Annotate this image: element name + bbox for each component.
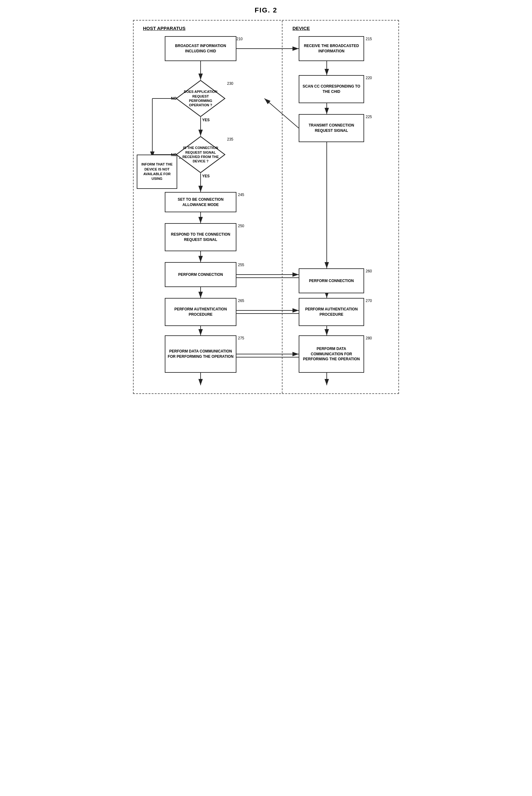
label-210: 210: [236, 37, 243, 41]
label-260: 260: [366, 269, 372, 273]
label-275: 275: [238, 336, 244, 340]
fig-title: FIG. 2: [133, 6, 399, 14]
perform-conn-host-box: PERFORM CONNECTION: [165, 262, 236, 287]
label-225: 225: [366, 115, 372, 119]
yes2-label: YES: [202, 174, 210, 178]
label-245: 245: [238, 192, 244, 197]
page: FIG. 2 HOST APPARATUS DEVICE: [133, 6, 399, 394]
column-divider: [282, 21, 283, 393]
inform-box: INFORM THAT THE DEVICE IS NOT AVAILABLE …: [137, 154, 177, 189]
diamond-235: IS THE CONNECTION REQUEST SIGNAL RECEIVE…: [176, 136, 226, 173]
device-label: DEVICE: [292, 25, 310, 31]
perform-data-host-box: PERFORM DATA COMMUNICATION FOR PERFORMIN…: [165, 335, 236, 373]
diamond-235-wrap: IS THE CONNECTION REQUEST SIGNAL RECEIVE…: [176, 136, 226, 173]
label-230: 230: [227, 81, 233, 86]
label-250: 250: [238, 224, 244, 228]
svg-line-21: [264, 98, 299, 128]
label-270: 270: [366, 299, 372, 303]
diamond-230-wrap: DOES APPLICATION REQUEST PERFORMING OPER…: [176, 80, 226, 117]
set-connection-mode-box: SET TO BE CONNECTION ALLOWANCE MODE: [165, 192, 236, 212]
diagram: HOST APPARATUS DEVICE: [133, 20, 399, 394]
transmit-signal-box: TRANSMIT CONNECTION REQUEST SIGNAL: [299, 114, 364, 142]
label-220: 220: [366, 76, 372, 80]
label-280: 280: [366, 336, 372, 340]
receive-broadcast-box: RECEIVE THE BROADCASTED INFORMATION: [299, 36, 364, 61]
label-265: 265: [238, 299, 244, 303]
yes1-label: YES: [202, 118, 210, 122]
perform-auth-host-box: PERFORM AUTHENTICATION PROCEDURE: [165, 298, 236, 326]
perform-data-device-box: PERFORM DATA COMMUNICATION FOR PERFORMIN…: [299, 335, 364, 373]
diamond-230: DOES APPLICATION REQUEST PERFORMING OPER…: [176, 80, 226, 117]
perform-conn-device-box: PERFORM CONNECTION: [299, 269, 364, 293]
scan-cc-box: SCAN CC CORRESPONDING TO THE CHID: [299, 75, 364, 103]
perform-auth-device-box: PERFORM AUTHENTICATION PROCEDURE: [299, 298, 364, 326]
respond-signal-box: RESPOND TO THE CONNECTION REQUEST SIGNAL: [165, 223, 236, 251]
label-255: 255: [238, 263, 244, 267]
label-215: 215: [366, 37, 372, 41]
broadcast-box: BROADCAST INFORMATION INCLUDING CHID: [165, 36, 236, 61]
label-235: 235: [227, 137, 233, 142]
host-label: HOST APPARATUS: [143, 25, 185, 31]
